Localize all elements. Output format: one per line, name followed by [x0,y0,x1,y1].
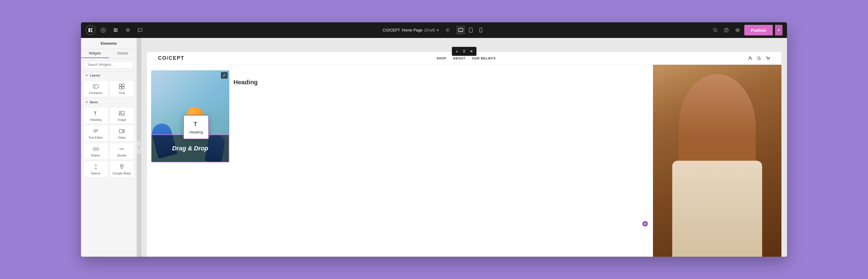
heading-label: Heading [90,118,101,121]
close-section-button[interactable]: ✕ [468,48,475,55]
svg-text:T: T [94,111,97,116]
main-content: Elements Widgets Globals ▼ Layout [81,38,787,257]
desktop-view-button[interactable] [456,26,465,35]
sidebar-collapse-button[interactable] [137,141,141,154]
heading-widget-icon: T [93,110,99,116]
widget-image[interactable]: Image [110,107,134,124]
basic-section-label: Basic [90,100,98,104]
user-icon[interactable] [748,56,752,61]
page-settings-button[interactable] [443,26,452,34]
basic-section-arrow: ▼ [86,101,88,104]
publish-dropdown-button[interactable]: ▾ [775,25,782,35]
floating-controls: + ⠿ ✕ [452,47,476,56]
tablet-view-button[interactable] [466,26,475,35]
nav-shop: SHOP [436,57,446,60]
nav-links: SHOP ABOUT OUR BELIEFS [436,57,496,60]
elementor-logo[interactable] [86,25,95,35]
top-bar-right: Publish ▾ [711,25,782,35]
widget-heading[interactable]: T Heading [83,107,108,124]
add-section-button[interactable]: + [454,48,460,55]
site-logo: CO/CEPT [158,55,184,61]
layers-button[interactable] [111,26,120,35]
svg-point-23 [737,30,738,31]
video-widget-icon [119,128,125,134]
layout-section-label: Layout [90,74,100,77]
widget-grid[interactable]: Grid [110,80,134,97]
dragging-widget-label: Heading [189,130,203,134]
dragging-heading-icon: T [192,120,200,128]
page-title-text: Home Page [402,28,423,32]
svg-rect-24 [93,85,98,88]
svg-point-32 [120,112,122,113]
layout-widget-grid: Container Grid [81,79,136,98]
search-input[interactable] [84,61,133,68]
widget-divider[interactable]: Divider [110,143,134,160]
preview-button[interactable] [733,26,742,35]
nav-icons [748,56,770,61]
help-button[interactable] [722,26,731,35]
svg-line-20 [716,31,717,32]
divider-widget-icon [119,146,125,152]
canvas-left-section: Heading [147,65,653,257]
svg-point-16 [470,32,471,32]
svg-rect-0 [89,28,90,32]
widget-video[interactable]: Video [110,125,134,142]
button-label: Button [91,154,100,157]
page-content: CO/CEPT SHOP ABOUT OUR BELIEFS [147,52,781,257]
svg-point-47 [769,60,769,60]
search-button[interactable] [711,26,720,35]
svg-point-40 [121,148,122,149]
canvas-area: + ⠿ ✕ CO/CEPT SHOP [137,38,787,257]
edit-element-button[interactable] [221,72,227,79]
container-icon [93,83,99,90]
widget-spacer[interactable]: Spacer [83,161,108,177]
search-nav-icon[interactable] [757,56,761,61]
svg-rect-7 [114,29,118,29]
grid-icon [119,83,125,90]
svg-rect-29 [122,87,124,89]
svg-rect-26 [119,84,122,86]
svg-point-42 [121,165,122,166]
plus-icon: + [644,221,646,226]
publish-button[interactable]: Publish [744,25,773,35]
drag-drop-text: Drag & Drop [172,145,208,152]
svg-point-18 [480,32,481,32]
drop-indicator: + [642,221,648,226]
layout-section-header: ▼ Layout [81,71,136,79]
page-name: CO/CEPT [383,28,400,32]
comments-button[interactable] [136,26,145,35]
move-section-button[interactable]: ⠿ [461,48,467,55]
site-settings-button[interactable] [123,26,132,35]
page-preview: + ⠿ ✕ CO/CEPT SHOP [141,38,787,257]
sidebar-tabs: Widgets Globals [81,49,136,58]
page-title-button[interactable]: CO/CEPT Home Page (Draft) ▾ [383,28,439,32]
basic-widget-grid: T Heading Image [81,106,136,179]
google-maps-label: Google Maps [113,172,131,175]
svg-point-10 [127,29,129,31]
dragging-widget-tooltip[interactable]: T Heading [183,115,209,139]
add-element-button[interactable] [99,26,108,35]
widget-google-maps[interactable]: Google Maps [110,161,134,177]
tab-widgets[interactable]: Widgets [81,49,109,58]
widget-button[interactable]: Button [83,143,108,160]
device-icons-group [456,26,485,35]
spacer-widget-icon [93,164,99,170]
widget-container[interactable]: Container [83,80,108,97]
tab-globals[interactable]: Globals [109,49,137,58]
image-widget-icon [119,110,125,116]
top-bar-center: CO/CEPT Home Page (Draft) ▾ [383,26,486,35]
text-editor-label: Text Editor [89,136,103,139]
nav-about: ABOUT [453,57,465,60]
svg-rect-3 [91,31,92,32]
svg-rect-27 [122,84,124,86]
svg-rect-28 [119,87,122,89]
publish-chevron-icon: ▾ [778,28,780,32]
sidebar-title: Elements [81,38,136,49]
svg-rect-31 [119,111,124,115]
heading-text-2: Heading [234,79,258,86]
cart-icon[interactable] [766,56,770,61]
svg-rect-2 [91,30,92,31]
widget-text-editor[interactable]: Text Editor [83,125,108,142]
mobile-view-button[interactable] [476,26,485,35]
top-bar-left [86,25,145,35]
